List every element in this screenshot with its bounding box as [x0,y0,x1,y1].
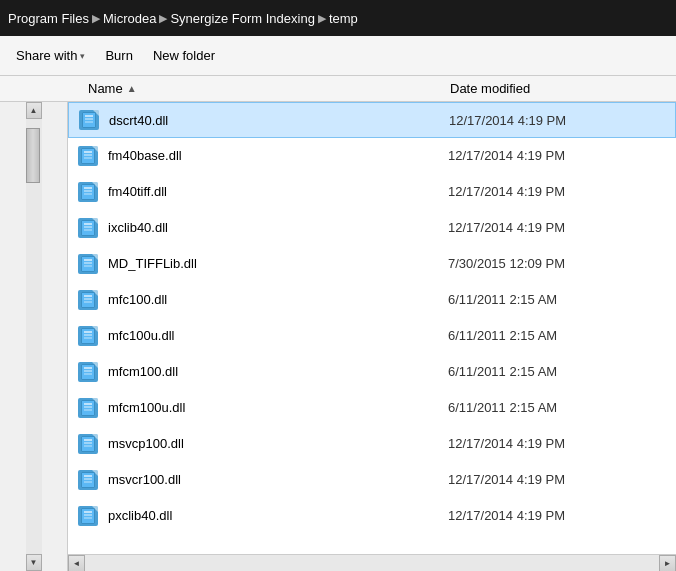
dll-file-icon [76,432,100,456]
new-folder-button[interactable]: New folder [145,44,223,67]
table-row[interactable]: msvcp100.dll12/17/2014 4:19 PM [68,426,676,462]
file-name: fm40tiff.dll [108,184,448,199]
file-name: mfcm100.dll [108,364,448,379]
file-date: 6/11/2011 2:15 AM [448,364,557,379]
scroll-thumb[interactable] [26,128,40,183]
file-name: MD_TIFFLib.dll [108,256,448,271]
table-row[interactable]: msvcr100.dll12/17/2014 4:19 PM [68,462,676,498]
table-row[interactable]: ixclib40.dll12/17/2014 4:19 PM [68,210,676,246]
file-date: 7/30/2015 12:09 PM [448,256,565,271]
file-date: 12/17/2014 4:19 PM [448,184,565,199]
scroll-right-icon: ► [664,559,672,568]
scroll-up-icon: ▲ [30,106,38,115]
table-row[interactable]: MD_TIFFLib.dll7/30/2015 12:09 PM [68,246,676,282]
table-row[interactable]: fm40tiff.dll12/17/2014 4:19 PM [68,174,676,210]
file-date: 12/17/2014 4:19 PM [448,436,565,451]
dll-file-icon [76,180,100,204]
file-name: mfc100u.dll [108,328,448,343]
burn-button[interactable]: Burn [97,44,140,67]
breadcrumb-bar: Program Files ▶ Microdea ▶ Synergize For… [0,0,676,36]
file-date: 12/17/2014 4:19 PM [448,220,565,235]
file-name: dscrt40.dll [109,113,449,128]
column-name-header[interactable]: Name ▲ [80,81,450,96]
dll-file-icon [76,144,100,168]
scroll-left-icon: ◄ [73,559,81,568]
scroll-up-button[interactable]: ▲ [26,102,42,119]
h-scroll-track[interactable] [85,555,659,572]
table-row[interactable]: fm40base.dll12/17/2014 4:19 PM [68,138,676,174]
file-date: 6/11/2011 2:15 AM [448,328,557,343]
breadcrumb-temp[interactable]: temp [329,11,358,26]
breadcrumb-microdea[interactable]: Microdea [103,11,156,26]
share-with-button[interactable]: Share with ▾ [8,44,93,67]
breadcrumb-sep-2: ▶ [159,12,167,25]
scroll-left-button[interactable]: ◄ [68,555,85,572]
table-row[interactable]: dscrt40.dll12/17/2014 4:19 PM [68,102,676,138]
file-list: dscrt40.dll12/17/2014 4:19 PMfm40base.dl… [68,102,676,571]
dll-file-icon [76,396,100,420]
dll-file-icon [76,288,100,312]
dll-file-icon [76,504,100,528]
table-row[interactable]: mfc100.dll6/11/2011 2:15 AM [68,282,676,318]
file-date: 12/17/2014 4:19 PM [448,472,565,487]
main-area: ▲ ▼ dscrt40.dll12/17/2014 4:19 PMfm40bas… [0,102,676,571]
breadcrumb-synergize[interactable]: Synergize Form Indexing [170,11,315,26]
file-date: 12/17/2014 4:19 PM [448,508,565,523]
file-date: 12/17/2014 4:19 PM [449,113,566,128]
table-row[interactable]: mfc100u.dll6/11/2011 2:15 AM [68,318,676,354]
horizontal-scrollbar[interactable]: ◄ ► [68,554,676,571]
toolbar: Share with ▾ Burn New folder [0,36,676,76]
file-name: ixclib40.dll [108,220,448,235]
breadcrumb-sep-3: ▶ [318,12,326,25]
dll-file-icon [76,252,100,276]
scroll-right-button[interactable]: ► [659,555,676,572]
file-name: msvcp100.dll [108,436,448,451]
dll-file-icon [76,468,100,492]
table-row[interactable]: mfcm100.dll6/11/2011 2:15 AM [68,354,676,390]
file-name: mfcm100u.dll [108,400,448,415]
dll-file-icon [76,360,100,384]
table-row[interactable]: pxclib40.dll12/17/2014 4:19 PM [68,498,676,534]
file-date: 6/11/2011 2:15 AM [448,292,557,307]
table-row[interactable]: mfcm100u.dll6/11/2011 2:15 AM [68,390,676,426]
scroll-down-button[interactable]: ▼ [26,554,42,571]
file-date: 6/11/2011 2:15 AM [448,400,557,415]
file-name: msvcr100.dll [108,472,448,487]
breadcrumb-program-files[interactable]: Program Files [8,11,89,26]
vertical-scrollbar[interactable]: ▲ ▼ [0,102,68,571]
scroll-track[interactable] [26,119,42,554]
file-name: mfc100.dll [108,292,448,307]
scroll-down-icon: ▼ [30,558,38,567]
file-name: fm40base.dll [108,148,448,163]
file-name: pxclib40.dll [108,508,448,523]
column-header-bar: Name ▲ Date modified [0,76,676,102]
dll-file-icon [76,216,100,240]
share-with-dropdown-arrow: ▾ [80,51,85,61]
column-date-header[interactable]: Date modified [450,81,530,96]
dll-file-icon [76,324,100,348]
dll-file-icon [77,108,101,132]
breadcrumb-sep-1: ▶ [92,12,100,25]
file-date: 12/17/2014 4:19 PM [448,148,565,163]
sort-arrow-icon: ▲ [127,83,137,94]
